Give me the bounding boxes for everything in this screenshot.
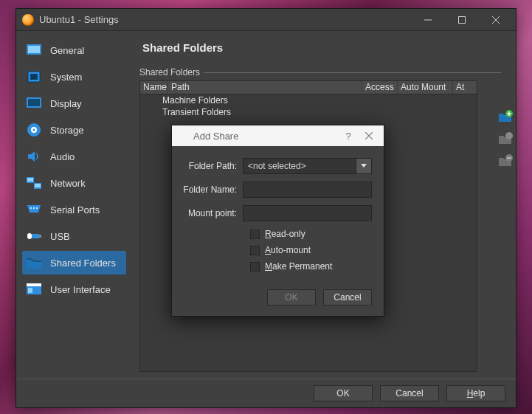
col-access[interactable]: Access [362,81,398,94]
dialog-titlebar[interactable]: Add Share ? [172,125,384,146]
col-name[interactable]: Name [140,81,168,94]
chip-icon [25,69,43,84]
maximize-button[interactable] [445,9,479,31]
readonly-label: Read-only [265,229,305,239]
svg-rect-4 [30,74,38,80]
svg-point-9 [33,129,35,131]
dialog-title: Add Share [193,131,338,142]
svg-rect-12 [27,178,33,182]
col-at[interactable]: At [453,81,477,94]
sidebar-item-system[interactable]: System [22,65,126,89]
svg-rect-21 [27,283,41,286]
folder-path-label: Folder Path: [179,161,243,171]
permanent-label: Make Permanent [265,261,332,272]
col-automount[interactable]: Auto Mount [398,81,453,94]
sidebar-item-audio[interactable]: Audio [22,145,126,168]
table-header: Name Path Access Auto Mount At [140,81,477,94]
sidebar-item-serial-ports[interactable]: Serial Ports [22,198,126,221]
svg-rect-6 [28,99,40,106]
sidebar-item-label: Shared Folders [50,258,116,269]
folder-icon [25,255,43,270]
ui-icon [25,282,43,297]
page-title: Shared Folders [142,41,501,54]
sidebar-item-label: Storage [50,125,84,136]
svg-rect-22 [28,288,32,293]
svg-rect-0 [459,16,466,23]
close-icon[interactable] [359,131,379,142]
sidebar-item-storage[interactable]: Storage [22,118,126,142]
folder-name-input[interactable] [243,182,372,198]
mount-point-input[interactable] [243,205,372,221]
dialog-footer: OK Cancel Help [16,379,516,407]
speaker-icon [25,149,43,164]
network-icon [25,176,43,190]
sidebar-item-label: System [50,72,82,83]
monitor-icon [25,43,43,58]
sidebar-item-usb[interactable]: USB [22,224,126,248]
folder-name-label: Folder Name: [179,184,243,195]
table-row[interactable]: Transient Folders [140,106,477,118]
window-title: Ubuntu1 - Settings [39,14,411,25]
display-icon [25,96,43,111]
remove-folder-button[interactable] [498,153,513,168]
minimize-button[interactable] [411,9,445,31]
permanent-checkbox[interactable] [250,262,260,272]
sidebar-item-shared-folders[interactable]: Shared Folders [22,251,126,275]
folder-path-combo[interactable]: <not selected> [243,158,356,174]
table-row[interactable]: Machine Folders [140,94,477,106]
sidebar-item-label: User Interface [50,284,111,295]
svg-point-24 [505,132,513,139]
sidebar-item-label: Audio [50,151,75,162]
close-button[interactable] [479,9,513,31]
virtualbox-icon [22,14,34,26]
svg-point-14 [30,207,32,209]
automount-checkbox[interactable] [250,246,260,255]
sidebar-item-label: General [50,45,84,56]
dialog-ok-button[interactable]: OK [267,289,316,306]
usb-icon [25,229,43,244]
disk-icon [25,123,43,137]
sidebar-item-label: Serial Ports [50,204,100,215]
group-label: Shared Folders [139,67,501,77]
readonly-checkbox[interactable] [250,230,260,239]
cancel-button[interactable]: Cancel [380,385,439,401]
sidebar-item-general[interactable]: General [22,38,126,62]
sidebar-item-label: Display [50,98,82,109]
sidebar-item-label: Network [50,178,86,189]
settings-sidebar: General System Display Storage Audio Net… [16,31,131,379]
svg-rect-13 [35,184,41,187]
sidebar-item-user-interface[interactable]: User Interface [22,277,126,301]
mount-point-label: Mount point: [179,208,243,218]
ok-button[interactable]: OK [314,385,373,401]
svg-point-15 [33,207,35,209]
svg-rect-19 [39,235,41,238]
help-icon[interactable]: ? [338,131,359,142]
help-button[interactable]: Help [446,385,505,401]
virtualbox-icon [178,131,188,141]
svg-rect-17 [27,233,32,239]
sidebar-item-label: USB [50,231,70,242]
svg-rect-18 [32,234,39,238]
edit-folder-button[interactable] [498,131,513,146]
titlebar[interactable]: Ubuntu1 - Settings [16,9,516,31]
serial-port-icon [25,202,43,217]
add-folder-button[interactable] [498,109,513,124]
folder-path-dropdown[interactable] [356,158,372,174]
svg-rect-2 [28,46,40,53]
sidebar-item-network[interactable]: Network [22,171,126,195]
automount-label: Auto-mount [265,245,311,255]
folder-tools [497,109,514,168]
add-share-dialog: Add Share ? Folder Path: <not selected> … [171,125,384,317]
col-path[interactable]: Path [168,81,362,94]
svg-point-16 [36,207,38,209]
dialog-cancel-button[interactable]: Cancel [323,289,372,306]
sidebar-item-display[interactable]: Display [22,92,126,115]
